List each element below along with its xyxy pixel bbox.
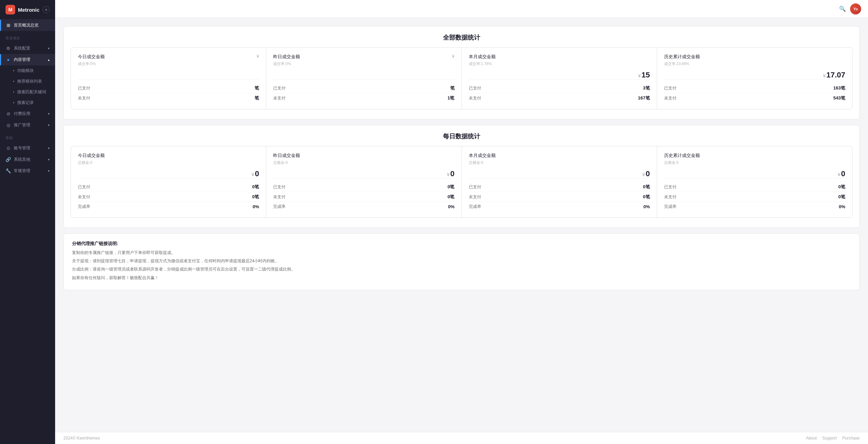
footer-links: About Support Purchase bbox=[806, 436, 860, 441]
all-history-label: 历史累计成交金额 bbox=[664, 54, 700, 60]
daily-stat-today: 今日成交金额 总额金:0 ¥0 已支付 0笔 未支付 bbox=[71, 146, 266, 218]
all-month-sub: 成交率:1.78% bbox=[469, 61, 650, 66]
sidebar-sub-recommend[interactable]: 推荐模块列表 bbox=[0, 76, 55, 87]
all-yesterday-row-0: 已支付 笔 bbox=[273, 83, 454, 93]
info-line-0: 复制你的专属推广链接，只要用户下单你即可获取提成。 bbox=[72, 250, 851, 256]
daily-stat-history: 历史累计成交金额 总额金:0 ¥0 已支付 0笔 未支付 bbox=[657, 146, 852, 218]
info-block: 分销代理推广链接说明: 复制你的专属推广链接，只要用户下单你即可获取提成。 关于… bbox=[63, 233, 860, 290]
all-history-row-0: 已支付 163笔 bbox=[664, 83, 845, 93]
all-data-title: 全部数据统计 bbox=[71, 33, 852, 42]
daily-yesterday-sub: 总额金:0 bbox=[273, 160, 454, 165]
daily-history-rows: 已支付 0笔 未支付 0笔 完成率 0% bbox=[664, 178, 845, 211]
sidebar-add-button[interactable]: + bbox=[43, 6, 50, 13]
arrow-icon: ▾ bbox=[48, 46, 50, 50]
info-line-2: 分成比例：请咨询一级管理员或者联系源码开发者，分销提成比例一级管理员可在后台设置… bbox=[72, 266, 851, 273]
common-mgmt-icon: 🔧 bbox=[6, 168, 11, 173]
daily-history-label: 历史累计成交金额 bbox=[664, 152, 700, 159]
sidebar-label-promo: 推广管理 bbox=[14, 122, 30, 128]
all-stat-history: 历史累计成交金额 成交率:23.89% ¥17.07 已支付 163笔 未支付 bbox=[657, 47, 852, 109]
sidebar-label-payment: 付费应用 bbox=[14, 111, 30, 117]
all-month-label: 本月成交金额 bbox=[469, 54, 496, 60]
footer-copyright: 2024© Keenthemes bbox=[63, 436, 100, 441]
all-today-label: 今日成交金额 bbox=[78, 54, 105, 60]
daily-month-rows: 已支付 0笔 未支付 0笔 完成率 0% bbox=[469, 178, 650, 211]
content-area: 全部数据统计 今日成交金额 ¥ 成交率:0% 已支付 笔 bbox=[55, 18, 868, 432]
daily-history-sub: 总额金:0 bbox=[664, 160, 845, 165]
all-history-row-1: 未支付 543笔 bbox=[664, 93, 845, 103]
all-today-value bbox=[78, 71, 259, 80]
account-icon: ⊙ bbox=[6, 146, 11, 151]
sidebar-sub-func-module[interactable]: 功能模块 bbox=[0, 65, 55, 76]
daily-today-label: 今日成交金额 bbox=[78, 152, 105, 159]
sidebar-item-dashboard[interactable]: ⊞ 首页概况总览 bbox=[0, 20, 55, 31]
all-today-rows: 已支付 笔 未支付 笔 bbox=[78, 80, 259, 103]
daily-yesterday-label: 昨日成交金额 bbox=[273, 152, 300, 159]
sidebar-item-system-other[interactable]: 🔗 系统其他 ▾ bbox=[0, 154, 55, 165]
daily-month-value: ¥0 bbox=[469, 169, 650, 178]
daily-stat-yesterday: 昨日成交金额 总额金:0 ¥0 已支付 0笔 未支付 bbox=[266, 146, 461, 218]
all-month-value: ¥15 bbox=[469, 71, 650, 80]
dashboard-icon: ⊞ bbox=[6, 23, 11, 28]
system-other-icon: 🔗 bbox=[6, 157, 11, 162]
footer: 2024© Keenthemes About Support Purchase bbox=[55, 432, 868, 444]
sidebar-sub-search-log[interactable]: 搜索记录 bbox=[0, 97, 55, 108]
avatar[interactable]: Yo bbox=[850, 3, 861, 14]
daily-today-value: ¥0 bbox=[78, 169, 259, 178]
sidebar-item-label: 首页概况总览 bbox=[14, 22, 39, 28]
all-yesterday-sub: 成交率:0% bbox=[273, 61, 454, 66]
common-arrow-icon: ▾ bbox=[48, 169, 50, 173]
all-today-row-1: 未支付 笔 bbox=[78, 93, 259, 103]
all-today-sub: 成交率:0% bbox=[78, 61, 259, 66]
all-today-currency: ¥ bbox=[257, 54, 259, 59]
daily-month-sub: 总额金:0 bbox=[469, 160, 650, 165]
sidebar-item-payment-app[interactable]: ⊘ 付费应用 ▾ bbox=[0, 108, 55, 119]
all-history-sub: 成交率:23.89% bbox=[664, 61, 845, 66]
logo-icon: M bbox=[6, 5, 15, 14]
all-today-row-0: 已支付 笔 bbox=[78, 83, 259, 93]
sidebar-item-account[interactable]: ⊙ 账号管理 ▾ bbox=[0, 142, 55, 154]
daily-history-value: ¥0 bbox=[664, 169, 845, 178]
account-arrow-icon: ▾ bbox=[48, 146, 50, 150]
daily-data-section: 每日数据统计 今日成交金额 总额金:0 ¥0 已支付 0笔 bbox=[63, 125, 860, 228]
sidebar-label-content-mgmt: 内容管理 bbox=[14, 57, 30, 63]
sidebar-label-common-mgmt: 常规管理 bbox=[14, 168, 30, 174]
sidebar-item-content-mgmt[interactable]: ● 内容管理 ▴ bbox=[0, 54, 55, 65]
system-config-icon: ⚙ bbox=[6, 46, 11, 51]
payment-icon: ⊘ bbox=[6, 111, 11, 116]
all-yesterday-row-1: 未支付 1笔 bbox=[273, 93, 454, 103]
payment-arrow-icon: ▾ bbox=[48, 112, 50, 116]
all-data-section: 全部数据统计 今日成交金额 ¥ 成交率:0% 已支付 笔 bbox=[63, 26, 860, 119]
all-history-value: ¥17.07 bbox=[664, 71, 845, 80]
sidebar-label-system-config: 系统配置 bbox=[14, 45, 30, 51]
all-yesterday-currency: ¥ bbox=[452, 54, 454, 59]
main-area: 🔍 Yo 全部数据统计 今日成交金额 ¥ 成交率:0% bbox=[55, 0, 868, 444]
info-line-1: 关于提现：请到提现管理七目，申请提现，提现方式为微信或者支付宝，任何时间内申请提… bbox=[72, 258, 851, 264]
sidebar-section-2: 系统 bbox=[0, 131, 55, 142]
daily-yesterday-rows: 已支付 0笔 未支付 0笔 完成率 0% bbox=[273, 178, 454, 211]
all-history-rows: 已支付 163笔 未支付 543笔 bbox=[664, 80, 845, 103]
sidebar-label-account: 账号管理 bbox=[14, 145, 30, 151]
all-stat-month: 本月成交金额 成交率:1.78% ¥15 已支付 3笔 未支付 bbox=[462, 47, 657, 109]
info-line-3: 如果你有任何疑问，获取解答！极致配合共赢！ bbox=[72, 275, 851, 281]
daily-data-grid: 今日成交金额 总额金:0 ¥0 已支付 0笔 未支付 bbox=[71, 146, 852, 218]
footer-purchase[interactable]: Purchase bbox=[842, 436, 860, 441]
daily-today-sub: 总额金:0 bbox=[78, 160, 259, 165]
sidebar-item-system-config[interactable]: ⚙ 系统配置 ▾ bbox=[0, 43, 55, 54]
sidebar-sub-search-keyword[interactable]: 搜索匹配关键词 bbox=[0, 87, 55, 97]
avatar-image: Yo bbox=[850, 3, 861, 14]
avatar-initials: Yo bbox=[853, 7, 858, 11]
footer-about[interactable]: About bbox=[806, 436, 817, 441]
daily-stat-month: 本月成交金额 总额金:0 ¥0 已支付 0笔 未支付 bbox=[462, 146, 657, 218]
all-yesterday-rows: 已支付 笔 未支付 1笔 bbox=[273, 80, 454, 103]
footer-support[interactable]: Support bbox=[822, 436, 837, 441]
daily-data-title: 每日数据统计 bbox=[71, 132, 852, 140]
daily-today-rows: 已支付 0笔 未支付 0笔 完成率 0% bbox=[78, 178, 259, 211]
sidebar-item-promo[interactable]: ◎ 推广管理 ▾ bbox=[0, 119, 55, 131]
content-arrow-icon: ▴ bbox=[48, 58, 50, 62]
sidebar-label-system-other: 系统其他 bbox=[14, 157, 30, 162]
sidebar: M Metronic + ⊞ 首页概况总览 首选项目 ⚙ 系统配置 ▾ ● 内容… bbox=[0, 0, 55, 444]
search-icon[interactable]: 🔍 bbox=[839, 6, 846, 12]
daily-month-label: 本月成交金额 bbox=[469, 152, 496, 159]
sidebar-item-common-mgmt[interactable]: 🔧 常规管理 ▾ bbox=[0, 165, 55, 177]
topbar: 🔍 Yo bbox=[55, 0, 868, 18]
